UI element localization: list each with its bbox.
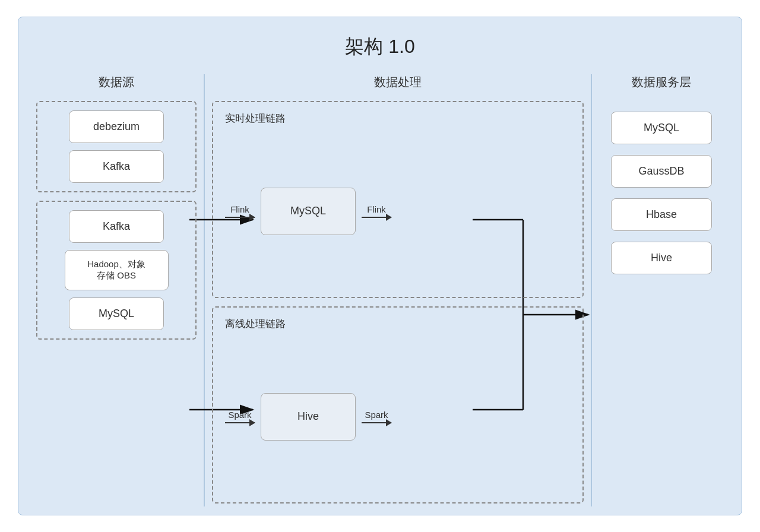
service-column: 数据服务层 MySQL GaussDB Hbase Hive: [593, 74, 730, 506]
arrow-line-flink-out: [362, 217, 391, 218]
datasource-label: 数据源: [99, 74, 134, 90]
service-hbase: Hbase: [611, 198, 712, 231]
processing-inner: 实时处理链路 Flink MySQL Flink: [212, 101, 584, 504]
realtime-label: 实时处理链路: [225, 112, 571, 125]
flink-input-arrow: [225, 217, 255, 218]
divider-1: [204, 74, 205, 506]
spark-output-arrow: [362, 422, 391, 423]
node-mysql-src: MySQL: [69, 297, 164, 330]
offline-box: 离线处理链路 Spark Hive Spark: [212, 306, 584, 504]
main-container: 架构 1.0: [18, 17, 742, 515]
node-hadoop: Hadoop、对象 存储 OBS: [65, 250, 169, 290]
offline-label: 离线处理链路: [225, 317, 571, 331]
realtime-box: 实时处理链路 Flink MySQL Flink: [212, 101, 584, 298]
spark-output-label: Spark: [365, 410, 388, 420]
page-title: 架构 1.0: [30, 23, 730, 74]
node-kafka-2: Kafka: [69, 210, 164, 243]
realtime-row: Flink MySQL Flink: [225, 135, 571, 287]
service-gaussdb: GaussDB: [611, 155, 712, 188]
service-hive: Hive: [611, 242, 712, 274]
processing-column: 数据处理 实时处理链路 Flink MySQL Fl: [206, 74, 590, 506]
arrow-line-spark: [225, 422, 255, 423]
offline-node: Hive: [261, 393, 356, 441]
divider-2: [591, 74, 592, 506]
flink-input-label: Flink: [230, 204, 249, 214]
service-mysql: MySQL: [611, 112, 712, 144]
processing-label: 数据处理: [374, 74, 422, 90]
service-nodes: MySQL GaussDB Hbase Hive: [599, 112, 724, 274]
spark-input-arrow: [225, 422, 255, 423]
service-label: 数据服务层: [632, 74, 691, 90]
offline-row: Spark Hive Spark: [225, 340, 571, 493]
node-debezium: debezium: [69, 110, 164, 143]
realtime-node: MySQL: [261, 188, 356, 235]
datasource-column: 数据源 debezium Kafka Kafka Hadoop、对象 存储 OB…: [30, 74, 202, 506]
arrow-line-flink: [225, 217, 255, 218]
arrow-line-spark-out: [362, 422, 391, 423]
datasource-group1: debezium Kafka: [36, 101, 197, 192]
flink-output-label: Flink: [367, 204, 386, 214]
datasource-group2: Kafka Hadoop、对象 存储 OBS MySQL: [36, 201, 197, 340]
spark-input-label: Spark: [228, 410, 251, 420]
flink-output-arrow: [362, 217, 391, 218]
node-kafka-1: Kafka: [69, 150, 164, 183]
